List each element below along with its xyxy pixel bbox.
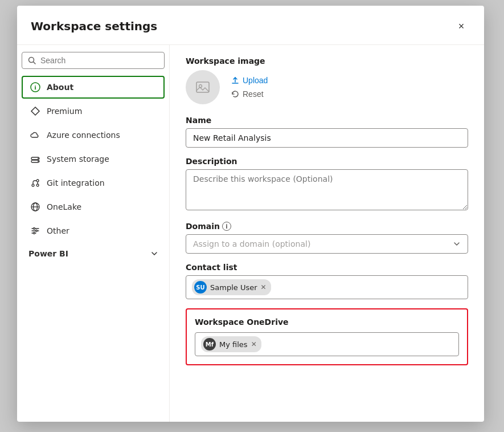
myfiles-chip: Mf My files ✕ xyxy=(201,336,261,352)
sidebar-item-onelake[interactable]: OneLake xyxy=(22,195,165,218)
myfiles-chip-label: My files xyxy=(219,340,248,349)
modal-title: Workspace settings xyxy=(31,19,157,33)
contact-chip-avatar: SU xyxy=(194,281,207,294)
contact-list-group: Contact list SU Sample User ✕ xyxy=(186,263,468,299)
sidebar-item-about-label: About xyxy=(47,83,73,92)
search-icon xyxy=(28,56,36,64)
main-content: Workspace image xyxy=(170,45,484,422)
onedrive-title: Workspace OneDrive xyxy=(195,317,459,327)
modal-overlay: Workspace settings × xyxy=(0,0,504,432)
chevron-down-icon xyxy=(151,250,158,257)
svg-text:i: i xyxy=(34,84,36,91)
power-bi-section[interactable]: Power BI xyxy=(22,243,165,262)
storage-icon xyxy=(30,153,41,165)
modal-header: Workspace settings × xyxy=(17,6,484,45)
workspace-image-group: Workspace image xyxy=(186,56,468,104)
contact-chip-remove[interactable]: ✕ xyxy=(261,284,267,291)
description-input[interactable] xyxy=(186,169,468,210)
domain-placeholder: Assign to a domain (optional) xyxy=(193,239,310,248)
svg-marker-4 xyxy=(31,107,39,115)
sidebar-item-azure[interactable]: Azure connections xyxy=(22,124,165,146)
workspace-onedrive-section: Workspace OneDrive Mf My files ✕ xyxy=(186,308,468,365)
description-group: Description xyxy=(186,157,468,213)
sidebar-item-storage-label: System storage xyxy=(47,154,109,164)
workspace-settings-modal: Workspace settings × xyxy=(17,6,484,422)
description-label: Description xyxy=(186,157,468,166)
contact-list-label: Contact list xyxy=(186,263,468,272)
sidebar-item-other[interactable]: Other xyxy=(22,219,165,242)
myfiles-chip-avatar: Mf xyxy=(203,338,216,351)
svg-line-1 xyxy=(34,62,36,64)
cloud-icon xyxy=(30,129,41,141)
sidebar-item-premium[interactable]: Premium xyxy=(22,100,165,123)
svg-point-8 xyxy=(38,161,39,162)
svg-point-11 xyxy=(36,184,39,186)
reset-icon xyxy=(231,90,239,98)
name-label: Name xyxy=(186,116,468,125)
upload-button[interactable]: Upload xyxy=(229,75,270,86)
sidebar-item-git-label: Git integration xyxy=(47,178,105,188)
svg-point-20 xyxy=(34,228,35,230)
reset-button[interactable]: Reset xyxy=(229,88,270,100)
onedrive-input[interactable]: Mf My files ✕ xyxy=(195,332,459,356)
name-group: Name xyxy=(186,116,468,148)
svg-point-9 xyxy=(32,184,34,186)
workspace-image-placeholder xyxy=(186,70,220,104)
svg-point-24 xyxy=(199,85,202,88)
domain-info-icon: i xyxy=(222,222,231,231)
sidebar-item-onelake-label: OneLake xyxy=(47,202,81,211)
contact-chip: SU Sample User ✕ xyxy=(192,279,271,295)
sidebar-item-azure-label: Azure connections xyxy=(47,131,120,140)
modal-body: i About Premium xyxy=(17,45,484,422)
search-input[interactable] xyxy=(40,56,158,65)
sidebar-item-about[interactable]: i About xyxy=(22,76,165,99)
domain-label: Domain i xyxy=(186,222,468,231)
domain-select[interactable]: Assign to a domain (optional) xyxy=(186,234,468,254)
sidebar: i About Premium xyxy=(17,45,170,422)
svg-point-21 xyxy=(36,230,38,232)
close-button[interactable]: × xyxy=(452,17,470,35)
info-icon: i xyxy=(30,81,41,93)
contact-list-input[interactable]: SU Sample User ✕ xyxy=(186,275,468,299)
sidebar-item-storage[interactable]: System storage xyxy=(22,148,165,170)
git-icon xyxy=(30,177,41,189)
name-input[interactable] xyxy=(186,128,468,148)
sidebar-item-other-label: Other xyxy=(47,226,69,235)
svg-point-22 xyxy=(34,233,35,234)
domain-chevron-icon xyxy=(453,240,461,248)
diamond-icon xyxy=(30,105,41,117)
svg-rect-23 xyxy=(196,82,209,92)
sidebar-item-premium-label: Premium xyxy=(47,107,82,116)
power-bi-label: Power BI xyxy=(28,249,68,258)
domain-group: Domain i Assign to a domain (optional) xyxy=(186,222,468,254)
svg-point-7 xyxy=(38,158,39,159)
upload-icon xyxy=(231,76,239,84)
sidebar-item-git[interactable]: Git integration xyxy=(22,172,165,194)
onelake-icon xyxy=(30,201,41,213)
myfiles-chip-remove[interactable]: ✕ xyxy=(251,341,257,348)
other-icon xyxy=(30,225,41,237)
contact-chip-label: Sample User xyxy=(210,283,257,292)
image-section: Upload Reset xyxy=(186,70,468,104)
image-actions: Upload Reset xyxy=(229,75,270,100)
svg-point-10 xyxy=(36,180,39,182)
workspace-image-title: Workspace image xyxy=(186,56,468,66)
search-box[interactable] xyxy=(22,52,165,69)
